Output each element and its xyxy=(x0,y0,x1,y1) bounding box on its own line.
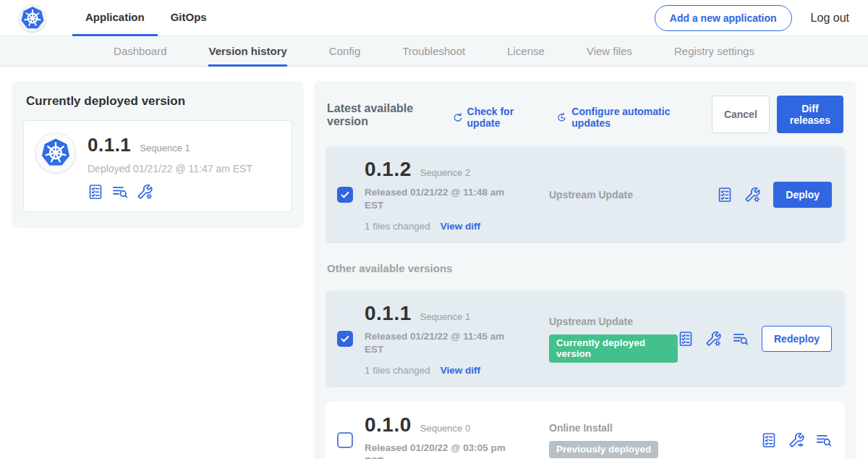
top-nav-tabs: Application GitOps xyxy=(72,0,220,36)
version-info: 0.1.0 Sequence 0 Released 01/20/22 @ 03:… xyxy=(365,413,520,459)
app-icon xyxy=(35,132,76,173)
currently-deployed-badge: Currently deployed version xyxy=(549,334,678,363)
main-content: Currently deployed version 0.1.1 Sequenc… xyxy=(0,67,868,459)
edit-config-icon[interactable] xyxy=(705,331,721,347)
version-meta: Upstream Update Currently deployed versi… xyxy=(520,316,678,363)
version-sequence: Sequence 0 xyxy=(420,423,470,434)
version-checkbox[interactable] xyxy=(337,331,353,347)
edit-config-icon[interactable] xyxy=(137,184,153,200)
app-sub-nav: Dashboard Version history Config Trouble… xyxy=(0,36,868,67)
deployed-version-sequence: Sequence 1 xyxy=(140,143,190,153)
version-info: 0.1.1 Sequence 1 Released 01/21/22 @ 11:… xyxy=(365,302,520,376)
add-new-application-button[interactable]: Add a new application xyxy=(655,5,792,31)
subnav-troubleshoot[interactable]: Troubleshoot xyxy=(402,36,465,67)
version-source: Upstream Update xyxy=(549,189,717,201)
version-number: 0.1.2 xyxy=(365,158,412,181)
version-row-0-1-0: 0.1.0 Sequence 0 Released 01/20/22 @ 03:… xyxy=(326,402,845,459)
currently-deployed-title: Currently deployed version xyxy=(26,94,289,109)
top-nav: Application GitOps Add a new application… xyxy=(0,0,868,36)
subnav-view-files[interactable]: View files xyxy=(587,36,632,67)
top-nav-right: Add a new application Log out xyxy=(655,5,849,31)
currently-deployed-card: Currently deployed version 0.1.1 Sequenc… xyxy=(12,81,304,228)
view-config-icon[interactable] xyxy=(788,432,804,448)
released-timestamp: Released 01/21/22 @ 11:45 am EST xyxy=(365,330,520,355)
latest-available-title: Latest available version xyxy=(327,102,442,128)
version-checkbox[interactable] xyxy=(337,432,353,448)
view-diff-link[interactable]: View diff xyxy=(441,221,480,232)
version-sequence: Sequence 2 xyxy=(420,167,470,178)
version-meta: Upstream Update xyxy=(520,189,717,201)
subnav-config[interactable]: Config xyxy=(329,36,360,67)
cancel-button[interactable]: Cancel xyxy=(712,96,770,133)
deploy-logs-icon[interactable] xyxy=(816,432,832,448)
diff-releases-button[interactable]: Diff releases xyxy=(777,96,843,133)
version-checkbox[interactable] xyxy=(337,187,353,203)
version-row-0-1-2: 0.1.2 Sequence 2 Released 01/21/22 @ 11:… xyxy=(326,146,845,243)
released-timestamp: Released 01/21/22 @ 11:48 am EST xyxy=(365,186,520,211)
preflight-checks-icon[interactable] xyxy=(88,184,103,200)
configure-automatic-updates-link[interactable]: Configure automatic updates xyxy=(556,106,694,129)
released-timestamp: Released 01/20/22 @ 03:05 pm EST xyxy=(365,442,520,459)
deployed-version-info: 0.1.1 Sequence 1 Deployed 01/21/22 @ 11:… xyxy=(88,132,252,200)
subnav-version-history[interactable]: Version history xyxy=(208,36,286,67)
redeploy-button[interactable]: Redeploy xyxy=(762,326,832,352)
check-for-update-label: Check for update xyxy=(467,106,540,129)
preflight-checks-icon[interactable] xyxy=(761,432,777,448)
previously-deployed-badge: Previously deployed xyxy=(549,441,658,458)
schedule-icon xyxy=(556,111,567,124)
files-changed: 1 files changed xyxy=(365,221,430,232)
tab-gitops[interactable]: GitOps xyxy=(158,0,220,36)
version-info: 0.1.2 Sequence 2 Released 01/21/22 @ 11:… xyxy=(365,158,520,232)
subnav-registry-settings[interactable]: Registry settings xyxy=(674,36,754,67)
tab-application[interactable]: Application xyxy=(72,0,158,36)
deployed-version-box: 0.1.1 Sequence 1 Deployed 01/21/22 @ 11:… xyxy=(23,120,292,212)
subnav-license[interactable]: License xyxy=(507,36,545,67)
deployed-version-number: 0.1.1 xyxy=(88,134,131,156)
deploy-logs-icon[interactable] xyxy=(733,331,749,347)
preflight-checks-icon[interactable] xyxy=(717,187,733,203)
check-icon xyxy=(339,189,351,201)
version-source: Online Install xyxy=(549,422,761,434)
version-actions: Redeploy xyxy=(678,326,833,352)
configure-automatic-updates-label: Configure automatic updates xyxy=(571,106,694,129)
deploy-logs-icon[interactable] xyxy=(112,184,128,200)
version-history-panel: Latest available version Check for updat… xyxy=(314,81,856,459)
refresh-icon xyxy=(452,111,463,124)
version-row-0-1-1: 0.1.1 Sequence 1 Released 01/21/22 @ 11:… xyxy=(326,290,845,387)
version-actions xyxy=(761,432,833,448)
edit-config-icon[interactable] xyxy=(744,187,760,203)
other-available-versions-title: Other available versions xyxy=(327,262,843,274)
view-diff-link[interactable]: View diff xyxy=(441,365,480,376)
deployed-timestamp: Deployed 01/21/22 @ 11:47 am EST xyxy=(88,163,252,174)
version-number: 0.1.0 xyxy=(365,413,412,437)
version-source: Upstream Update xyxy=(549,316,678,327)
kubernetes-logo-icon xyxy=(19,4,46,32)
deployed-version-actions xyxy=(88,184,252,200)
version-meta: Online Install Previously deployed xyxy=(520,422,761,458)
check-for-update-link[interactable]: Check for update xyxy=(452,106,540,129)
latest-available-header: Latest available version Check for updat… xyxy=(327,97,843,133)
version-sequence: Sequence 1 xyxy=(420,311,470,322)
header-actions: Cancel Diff releases xyxy=(712,96,843,133)
preflight-checks-icon[interactable] xyxy=(678,331,694,347)
version-actions: Deploy xyxy=(717,182,833,208)
files-changed: 1 files changed xyxy=(365,365,430,376)
version-number: 0.1.1 xyxy=(365,302,412,325)
check-icon xyxy=(339,333,351,345)
logout-link[interactable]: Log out xyxy=(811,12,849,25)
subnav-dashboard[interactable]: Dashboard xyxy=(114,36,166,67)
deploy-button[interactable]: Deploy xyxy=(773,182,832,208)
